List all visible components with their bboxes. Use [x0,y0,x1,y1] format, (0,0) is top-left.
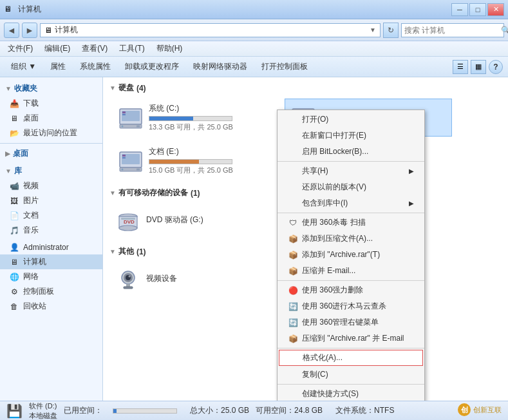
search-box[interactable]: 🔍 [401,23,504,37]
status-drive-icon: 💾 [6,403,23,419]
forward-button[interactable]: ► [22,23,37,38]
ctx-add-zip[interactable]: 📦 添加到压缩文件(A)... [278,231,424,247]
control-panel-button[interactable]: 打开控制面板 [256,59,314,75]
ctx-share[interactable]: 共享(H) ▶ [278,163,424,179]
sidebar-item-pictures[interactable]: 🖼 图片 [0,193,102,208]
search-input[interactable] [404,26,501,35]
ctx-shortcut[interactable]: 创建快捷方式(S) [278,386,424,401]
desktop-section: ▶ 桌面 [0,146,102,161]
toolbar-right: ☰ ▦ ? [453,60,503,74]
menu-tools[interactable]: 工具(T) [117,42,147,55]
ctx-open-new[interactable]: 在新窗口中打开(E) [278,128,424,144]
svg-rect-15 [122,157,126,158]
dvd-drive[interactable]: DVD DVD 驱动器 (G:) [109,204,277,238]
help-button[interactable]: ? [489,60,503,74]
removable-label: 有可移动存储的设备 [118,187,188,198]
minimize-button[interactable]: ─ [451,3,468,16]
content-panel: ▼ 硬盘 (4) [103,77,508,401]
status-bar: 💾 软件 (D:) 本地磁盘 已用空间： 总大小：25.0 GB 可用空间：24… [0,401,508,420]
webcam-name: 视频设备 [146,273,271,284]
drive-e[interactable]: 文档 (E:) 15.0 GB 可用，共 25.0 GB [112,142,279,180]
organize-button[interactable]: 组织 ▼ [5,59,42,75]
search-icon[interactable]: 🔍 [501,26,508,35]
ctx-compress-email[interactable]: 📦 压缩并 E-mail... [278,263,424,279]
drive-e-size: 15.0 GB 可用，共 25.0 GB [149,166,274,175]
ctx-restore[interactable]: 还原以前的版本(V) [278,179,424,195]
ctx-360delete[interactable]: 🔴 使用 360强力删除 [278,282,424,298]
ctx-copy[interactable]: 复制(C) [278,367,424,383]
ctx-format-icon [288,353,299,363]
sidebar-item-network[interactable]: 🌐 网络 [0,269,102,284]
ctx-open[interactable]: 打开(O) [278,111,424,128]
sidebar: ▼ 收藏夹 📥 下载 🖥 桌面 📂 最近访问的位置 ▶ 桌面 [0,77,103,401]
menu-file[interactable]: 文件(F) [5,42,35,55]
ctx-open-new-icon [288,131,298,141]
recycle-icon: 🗑 [9,301,19,312]
recycle-label: 回收站 [23,301,46,312]
removable-arrow[interactable]: ▼ [109,189,116,196]
menu-bar: 文件(F) 编辑(E) 查看(V) 工具(T) 帮助(H) [0,41,508,57]
sidebar-item-music[interactable]: 🎵 音乐 [0,223,102,238]
status-used-fill [113,409,117,413]
admin-label: Administrator [23,243,69,252]
webcam[interactable]: 视频设备 [109,262,277,297]
address-input[interactable]: 🖥 计算机 ▼ [40,23,381,37]
ctx-360manage[interactable]: 🔄 使用 360管理右键菜单 [278,314,424,330]
network-icon: 🌐 [9,272,19,282]
ctx-360trojan[interactable]: 🔄 使用 360进行木马云查杀 [278,298,424,314]
drive-c[interactable]: 系统 (C:) 13.3 GB 可用，共 25.0 GB [112,99,279,137]
maximize-button[interactable]: □ [469,3,486,16]
view-button[interactable]: ☰ [453,60,468,74]
removable-count: (1) [191,189,200,198]
uninstall-button[interactable]: 卸载或更改程序 [119,59,185,75]
library-header[interactable]: ▼ 库 [0,164,102,178]
menu-view[interactable]: 查看(V) [79,42,110,55]
sidebar-item-download[interactable]: 📥 下载 [0,96,102,111]
ctx-sep3 [278,280,424,281]
menu-help[interactable]: 帮助(H) [154,42,185,55]
ctx-include-lib[interactable]: 包含到库中(I) ▶ [278,195,424,211]
status-total: 总大小：25.0 GB [190,405,249,416]
docs-icon: 📄 [9,211,19,221]
address-dropdown-arrow[interactable]: ▼ [370,26,376,33]
hard-drives-arrow[interactable]: ▼ [109,84,116,91]
sidebar-item-desktop[interactable]: 🖥 桌面 [0,111,102,126]
ctx-add-archive[interactable]: 📦 添加到 "Archive.rar"(T) [278,247,424,263]
ctx-compress-archive-email[interactable]: 📦 压缩到 "Archive.rar" 并 E-mail [278,330,424,347]
ctx-share-icon [288,166,298,177]
menu-edit[interactable]: 编辑(E) [42,42,73,55]
sidebar-item-control-panel[interactable]: ⚙ 控制面板 [0,284,102,299]
video-icon: 📹 [9,181,19,191]
hard-drives-count: (4) [136,84,146,93]
main-area: ▼ 收藏夹 📥 下载 🖥 桌面 📂 最近访问的位置 ▶ 桌面 [0,77,508,401]
map-drive-button[interactable]: 映射网络驱动器 [187,59,253,75]
sidebar-item-recent[interactable]: 📂 最近访问的位置 [0,126,102,140]
docs-label: 文档 [23,210,39,221]
view-button2[interactable]: ▦ [471,60,486,74]
ctx-360scan[interactable]: 🛡 使用 360杀毒 扫描 [278,215,424,231]
ctx-format[interactable]: 格式化(A)... [279,350,423,366]
favorites-header[interactable]: ▼ 收藏夹 [0,81,102,96]
ctx-sep1 [278,161,424,162]
back-button[interactable]: ◄ [4,23,19,38]
close-button[interactable]: ✕ [487,3,504,16]
svg-point-27 [129,276,131,278]
ctx-share-arrow: ▶ [409,167,414,175]
svg-rect-29 [124,287,133,289]
desktop-section-header[interactable]: ▶ 桌面 [0,146,102,161]
sidebar-item-computer[interactable]: 🖥 计算机 [0,254,102,269]
ctx-bitlocker[interactable]: 启用 BitLocker(B)... [278,144,424,160]
sidebar-item-admin[interactable]: 👤 Administrator [0,240,102,254]
sidebar-item-video[interactable]: 📹 视频 [0,178,102,193]
hard-drives-header: ▼ 硬盘 (4) [109,82,502,93]
sidebar-item-recycle[interactable]: 🗑 回收站 [0,299,102,314]
sidebar-item-docs[interactable]: 📄 文档 [0,208,102,223]
toolbar: 组织 ▼ 属性 系统属性 卸载或更改程序 映射网络驱动器 打开控制面板 ☰ ▦ … [0,57,508,77]
system-props-button[interactable]: 系统属性 [74,59,117,75]
library-label: 库 [14,166,22,177]
drive-c-info: 系统 (C:) 13.3 GB 可用，共 25.0 GB [149,103,274,132]
status-drive-name: 软件 (D:) [29,401,57,411]
properties-button[interactable]: 属性 [44,59,71,75]
refresh-button[interactable]: ↻ [383,23,399,38]
other-arrow[interactable]: ▼ [109,248,116,255]
